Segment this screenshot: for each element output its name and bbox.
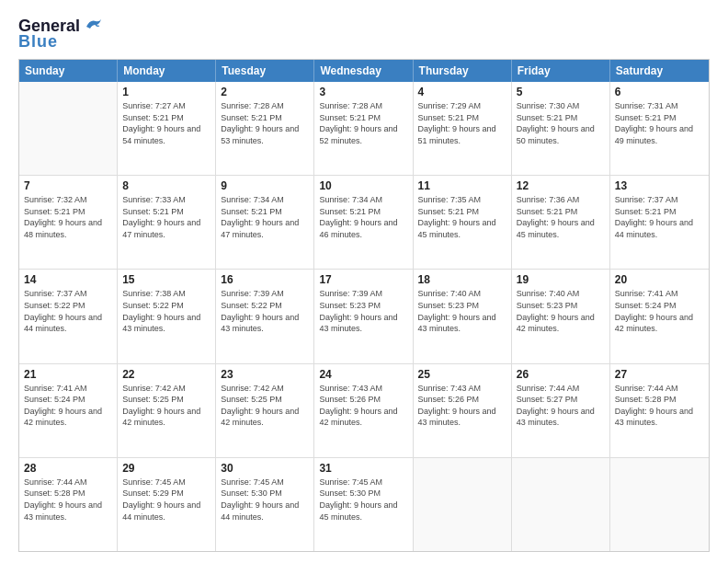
sunrise-text: Sunrise: 7:33 AM xyxy=(122,194,210,206)
sunset-text: Sunset: 5:24 PM xyxy=(615,300,704,312)
day-number: 14 xyxy=(24,273,112,286)
sunrise-text: Sunrise: 7:30 AM xyxy=(517,100,605,112)
calendar-day-cell: 28Sunrise: 7:44 AMSunset: 5:28 PMDayligh… xyxy=(19,458,118,551)
sunrise-text: Sunrise: 7:36 AM xyxy=(517,194,605,206)
day-number: 4 xyxy=(418,86,506,98)
sunset-text: Sunset: 5:24 PM xyxy=(24,394,112,406)
sunset-text: Sunset: 5:29 PM xyxy=(122,488,210,500)
day-number: 8 xyxy=(122,179,210,192)
day-number: 18 xyxy=(418,273,506,286)
day-number: 11 xyxy=(418,179,506,192)
day-number: 28 xyxy=(24,462,112,475)
day-number: 23 xyxy=(221,368,309,381)
sunset-text: Sunset: 5:28 PM xyxy=(615,394,704,406)
page: General Blue SundayMondayTuesdayWednesda… xyxy=(0,0,728,563)
sunrise-text: Sunrise: 7:45 AM xyxy=(122,477,210,488)
sunset-text: Sunset: 5:26 PM xyxy=(418,394,506,406)
weekday-header: Thursday xyxy=(414,60,512,82)
daylight-text: Daylight: 9 hours and xyxy=(122,406,210,418)
sunset-text: Sunset: 5:30 PM xyxy=(319,488,407,500)
sunset-text: Sunset: 5:30 PM xyxy=(221,488,309,500)
sunrise-text: Sunrise: 7:42 AM xyxy=(221,383,309,395)
daylight-text: Daylight: 9 hours and xyxy=(319,406,407,418)
calendar-header: SundayMondayTuesdayWednesdayThursdayFrid… xyxy=(19,60,709,82)
sunset-text: Sunset: 5:28 PM xyxy=(24,488,112,500)
calendar-body: 1Sunrise: 7:27 AMSunset: 5:21 PMDaylight… xyxy=(19,82,709,551)
daylight-text-cont: 47 minutes. xyxy=(122,229,210,241)
sunrise-text: Sunrise: 7:43 AM xyxy=(319,383,407,395)
calendar: SundayMondayTuesdayWednesdayThursdayFrid… xyxy=(18,59,710,552)
daylight-text-cont: 43 minutes. xyxy=(319,323,407,335)
day-number: 27 xyxy=(615,368,704,381)
daylight-text: Daylight: 9 hours and xyxy=(615,123,704,135)
empty-cell xyxy=(414,458,512,551)
calendar-day-cell: 27Sunrise: 7:44 AMSunset: 5:28 PMDayligh… xyxy=(610,364,709,457)
day-number: 13 xyxy=(615,179,704,192)
day-number: 31 xyxy=(319,462,407,475)
daylight-text: Daylight: 9 hours and xyxy=(418,312,506,324)
day-number: 3 xyxy=(319,86,407,98)
sunset-text: Sunset: 5:21 PM xyxy=(517,112,605,124)
day-number: 5 xyxy=(517,86,605,98)
calendar-day-cell: 10Sunrise: 7:34 AMSunset: 5:21 PMDayligh… xyxy=(314,176,413,269)
daylight-text: Daylight: 9 hours and xyxy=(221,312,309,324)
sunrise-text: Sunrise: 7:39 AM xyxy=(221,288,309,300)
calendar-day-cell: 26Sunrise: 7:44 AMSunset: 5:27 PMDayligh… xyxy=(512,364,610,457)
day-number: 21 xyxy=(24,368,112,381)
calendar-day-cell: 14Sunrise: 7:37 AMSunset: 5:22 PMDayligh… xyxy=(19,270,118,362)
calendar-row: 1Sunrise: 7:27 AMSunset: 5:21 PMDaylight… xyxy=(19,82,709,176)
calendar-day-cell: 8Sunrise: 7:33 AMSunset: 5:21 PMDaylight… xyxy=(118,176,216,269)
weekday-header: Saturday xyxy=(610,60,709,82)
sunset-text: Sunset: 5:21 PM xyxy=(615,112,704,124)
daylight-text-cont: 45 minutes. xyxy=(517,229,605,241)
daylight-text-cont: 42 minutes. xyxy=(221,417,309,429)
sunset-text: Sunset: 5:26 PM xyxy=(319,394,407,406)
calendar-day-cell: 13Sunrise: 7:37 AMSunset: 5:21 PMDayligh… xyxy=(610,176,709,269)
day-number: 16 xyxy=(221,273,309,286)
calendar-day-cell: 16Sunrise: 7:39 AMSunset: 5:22 PMDayligh… xyxy=(216,270,314,362)
daylight-text-cont: 52 minutes. xyxy=(319,135,407,147)
sunrise-text: Sunrise: 7:28 AM xyxy=(221,100,309,112)
daylight-text-cont: 48 minutes. xyxy=(24,229,112,241)
day-number: 15 xyxy=(122,273,210,286)
logo-blue: Blue xyxy=(18,32,58,52)
calendar-day-cell: 22Sunrise: 7:42 AMSunset: 5:25 PMDayligh… xyxy=(118,364,216,457)
sunrise-text: Sunrise: 7:44 AM xyxy=(517,383,605,395)
sunrise-text: Sunrise: 7:38 AM xyxy=(122,288,210,300)
daylight-text-cont: 44 minutes. xyxy=(122,511,210,523)
sunset-text: Sunset: 5:21 PM xyxy=(221,112,309,124)
sunrise-text: Sunrise: 7:40 AM xyxy=(517,288,605,300)
calendar-day-cell: 3Sunrise: 7:28 AMSunset: 5:21 PMDaylight… xyxy=(314,82,413,175)
daylight-text-cont: 47 minutes. xyxy=(221,229,309,241)
daylight-text: Daylight: 9 hours and xyxy=(122,217,210,229)
calendar-row: 14Sunrise: 7:37 AMSunset: 5:22 PMDayligh… xyxy=(19,270,709,363)
sunrise-text: Sunrise: 7:43 AM xyxy=(418,383,506,395)
daylight-text-cont: 45 minutes. xyxy=(418,229,506,241)
sunset-text: Sunset: 5:25 PM xyxy=(122,394,210,406)
sunset-text: Sunset: 5:21 PM xyxy=(122,112,210,124)
day-number: 29 xyxy=(122,462,210,475)
sunrise-text: Sunrise: 7:27 AM xyxy=(122,100,210,112)
sunrise-text: Sunrise: 7:37 AM xyxy=(24,288,112,300)
sunset-text: Sunset: 5:22 PM xyxy=(24,300,112,312)
daylight-text-cont: 42 minutes. xyxy=(122,417,210,429)
sunset-text: Sunset: 5:21 PM xyxy=(122,206,210,218)
daylight-text-cont: 49 minutes. xyxy=(615,135,704,147)
daylight-text-cont: 50 minutes. xyxy=(517,135,605,147)
daylight-text-cont: 44 minutes. xyxy=(221,511,309,523)
empty-cell xyxy=(19,82,118,175)
sunrise-text: Sunrise: 7:40 AM xyxy=(418,288,506,300)
day-number: 25 xyxy=(418,368,506,381)
day-number: 10 xyxy=(319,179,407,192)
calendar-day-cell: 1Sunrise: 7:27 AMSunset: 5:21 PMDaylight… xyxy=(118,82,216,175)
daylight-text-cont: 42 minutes. xyxy=(319,417,407,429)
daylight-text: Daylight: 9 hours and xyxy=(517,123,605,135)
daylight-text: Daylight: 9 hours and xyxy=(319,312,407,324)
calendar-day-cell: 19Sunrise: 7:40 AMSunset: 5:23 PMDayligh… xyxy=(512,270,610,362)
daylight-text: Daylight: 9 hours and xyxy=(418,217,506,229)
logo: General Blue xyxy=(18,17,103,52)
daylight-text-cont: 45 minutes. xyxy=(319,511,407,523)
sunset-text: Sunset: 5:21 PM xyxy=(24,206,112,218)
sunrise-text: Sunrise: 7:42 AM xyxy=(122,383,210,395)
daylight-text: Daylight: 9 hours and xyxy=(122,500,210,511)
